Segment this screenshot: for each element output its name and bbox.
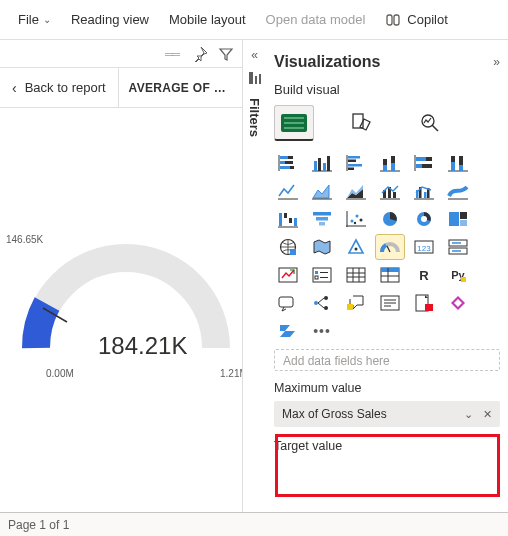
open-data-model-button: Open data model: [256, 0, 376, 39]
svg-line-110: [318, 298, 324, 303]
maximum-value-field[interactable]: Max of Gross Sales ⌄ ✕: [274, 401, 500, 427]
svg-rect-21: [314, 161, 317, 171]
svg-rect-61: [294, 218, 297, 226]
viz-waterfall[interactable]: [274, 207, 302, 231]
svg-rect-75: [449, 212, 459, 226]
viz-stacked-bar[interactable]: [274, 151, 302, 175]
filter-icon[interactable]: [218, 46, 234, 62]
build-visual-label: Build visual: [274, 82, 500, 97]
svg-rect-118: [425, 304, 433, 311]
viz-python-visual[interactable]: Py: [444, 263, 472, 287]
viz-clustered-column[interactable]: [308, 151, 336, 175]
drag-handle-icon[interactable]: ══: [165, 47, 182, 61]
build-visual-tab[interactable]: [274, 105, 314, 141]
mobile-layout-button[interactable]: Mobile layout: [159, 0, 256, 39]
viz-stacked-area[interactable]: [342, 179, 370, 203]
filters-label: Filters: [247, 98, 262, 137]
viz-azure-map[interactable]: [342, 235, 370, 259]
svg-rect-34: [391, 163, 395, 171]
viz-donut[interactable]: [410, 207, 438, 231]
viz-card[interactable]: 123: [410, 235, 438, 259]
viz-power-apps[interactable]: [444, 291, 472, 315]
svg-rect-31: [383, 159, 387, 165]
svg-rect-37: [426, 157, 432, 161]
viz-funnel[interactable]: [308, 207, 336, 231]
svg-line-111: [318, 303, 324, 308]
svg-rect-106: [279, 297, 293, 307]
svg-point-107: [314, 301, 318, 305]
svg-rect-33: [391, 156, 395, 163]
svg-point-69: [356, 215, 359, 218]
viz-filled-map[interactable]: [308, 235, 336, 259]
svg-line-12: [432, 125, 438, 131]
svg-rect-112: [347, 304, 353, 310]
svg-point-68: [351, 220, 354, 223]
viz-line-clustered-column[interactable]: [410, 179, 438, 203]
viz-table[interactable]: [342, 263, 370, 287]
viz-area[interactable]: [308, 179, 336, 203]
visualizations-pane: Visualizations » Build visual: [266, 40, 508, 512]
viz-pie[interactable]: [376, 207, 404, 231]
expand-pane-icon[interactable]: »: [493, 55, 500, 69]
analytics-tab[interactable]: [410, 105, 450, 141]
back-to-report-button[interactable]: ‹ Back to report: [0, 68, 118, 107]
svg-rect-17: [285, 161, 293, 164]
viz-map[interactable]: [274, 235, 302, 259]
pin-icon[interactable]: [192, 46, 208, 62]
viz-r-visual[interactable]: R: [410, 263, 438, 287]
viz-clustered-bar[interactable]: [342, 151, 370, 175]
viz-decomposition-tree[interactable]: [308, 291, 336, 315]
viz-treemap[interactable]: [444, 207, 472, 231]
gauge-value: 184.21K: [98, 332, 187, 360]
viz-line-stacked-column[interactable]: [376, 179, 404, 203]
svg-rect-58: [279, 213, 282, 226]
viz-100-stacked-column[interactable]: [444, 151, 472, 175]
file-menu-label: File: [18, 12, 39, 27]
chevron-down-icon: ⌄: [43, 14, 51, 25]
viz-multi-row-card[interactable]: [444, 235, 472, 259]
viz-100-stacked-bar[interactable]: [410, 151, 438, 175]
viz-line[interactable]: [274, 179, 302, 203]
svg-rect-1: [394, 15, 399, 25]
svg-rect-10: [353, 114, 363, 128]
viz-qa[interactable]: [342, 291, 370, 315]
visual-header: ‹ Back to report AVERAGE OF …: [0, 68, 265, 108]
viz-power-automate[interactable]: [274, 319, 302, 343]
viz-gauge[interactable]: [376, 235, 404, 259]
svg-rect-65: [319, 222, 325, 226]
file-menu[interactable]: File ⌄: [8, 0, 61, 39]
copilot-icon: [385, 12, 401, 28]
viz-paginated-report[interactable]: [410, 291, 438, 315]
collapse-left-icon[interactable]: «: [251, 48, 258, 62]
reading-view-button[interactable]: Reading view: [61, 0, 159, 39]
remove-field-icon[interactable]: ✕: [481, 408, 494, 421]
filters-pane-collapsed[interactable]: « Filters: [242, 40, 266, 512]
viz-ribbon[interactable]: [444, 179, 472, 203]
viz-scatter[interactable]: [342, 207, 370, 231]
viz-key-influencers[interactable]: [274, 291, 302, 315]
copilot-button[interactable]: Copilot: [375, 0, 457, 39]
gauge-visual[interactable]: 146.65K 184.21K 0.00M 1.21M: [0, 108, 265, 408]
viz-slicer[interactable]: [308, 263, 336, 287]
viz-matrix[interactable]: [376, 263, 404, 287]
chevron-down-icon[interactable]: ⌄: [462, 408, 475, 421]
viz-kpi[interactable]: [274, 263, 302, 287]
svg-rect-42: [451, 156, 455, 162]
viz-smart-narrative[interactable]: [376, 291, 404, 315]
svg-line-81: [387, 246, 390, 252]
visual-title[interactable]: AVERAGE OF …: [118, 68, 228, 107]
svg-rect-0: [387, 15, 392, 25]
svg-rect-64: [316, 217, 328, 221]
add-data-fields-well[interactable]: Add data fields here: [274, 349, 500, 371]
format-visual-tab[interactable]: [342, 105, 382, 141]
back-label: Back to report: [25, 80, 106, 95]
svg-rect-44: [459, 156, 463, 165]
svg-rect-14: [280, 156, 288, 159]
visual-header-tools: ══ ⋯: [0, 40, 265, 68]
svg-rect-100: [381, 268, 399, 272]
viz-more[interactable]: •••: [308, 319, 336, 343]
svg-point-70: [360, 219, 363, 222]
viz-stacked-column[interactable]: [376, 151, 404, 175]
svg-rect-92: [315, 276, 318, 279]
svg-rect-23: [323, 163, 326, 171]
